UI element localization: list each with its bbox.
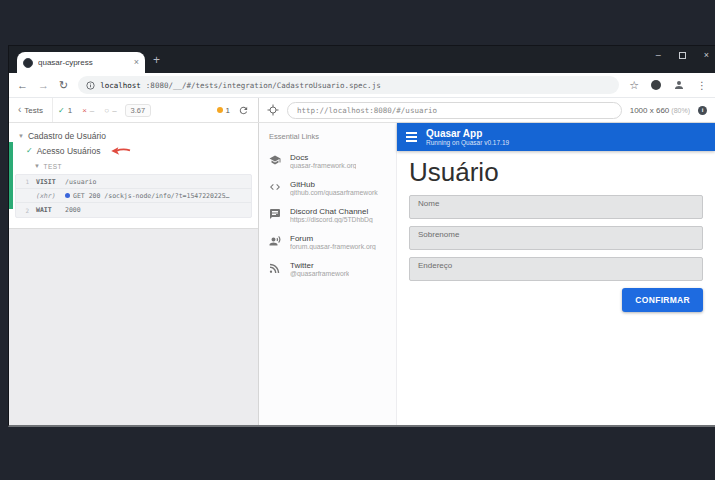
profile-avatar-icon[interactable] [673, 79, 685, 91]
drawer-link-title: Docs [290, 153, 356, 162]
close-button[interactable]: × [704, 51, 709, 60]
section-label: TEST [43, 163, 62, 170]
runnables-panel: ▼ Cadastro de Usuário ✓ Acesso Usuários … [9, 123, 258, 229]
drawer-link-title: Forum [290, 234, 376, 243]
drawer-link-subtitle: github.com/quasarframework [290, 189, 378, 196]
reload-icon[interactable]: ↻ [59, 80, 68, 91]
browser-tab[interactable]: quasar-cypress × [17, 52, 145, 73]
form-actions: CONFIRMAR [409, 288, 703, 312]
field-label: Sobrenome [418, 230, 694, 239]
back-to-tests-button[interactable]: ‹ Tests [9, 98, 53, 122]
app-drawer: Essential Links Docs [259, 123, 397, 426]
suite-caret-icon: ▼ [18, 133, 24, 139]
drawer-link-item[interactable]: Twitter @quasarframework [259, 258, 396, 285]
command-log: 1 VISIT /usuario (xhr) GET 200 /sockjs-n… [15, 174, 252, 218]
text-input-field[interactable]: Nome [409, 195, 703, 219]
url-path: :8080/__/#/tests/integration/CadastroUsu… [146, 81, 381, 90]
tab-title: quasar-cypress [38, 58, 129, 67]
drawer-link-texts: GitHub github.com/quasarframework [290, 180, 378, 196]
text-input-field[interactable]: Sobrenome [409, 226, 703, 250]
quasar-app: Quasar App Running on Quasar v0.17.19 Us… [397, 123, 715, 426]
selector-playground-icon[interactable] [267, 104, 279, 116]
passed-count: 1 [68, 106, 72, 115]
extension-icon[interactable] [651, 80, 661, 90]
url-field[interactable]: localhost:8080/__/#/tests/integration/Ca… [78, 76, 619, 94]
app-subtitle: Running on Quasar v0.17.19 [426, 139, 509, 147]
record-voice-icon [269, 235, 281, 247]
command-row[interactable]: (xhr) GET 200 /sockjs-node/info/?t=15472… [16, 189, 251, 203]
command-method: (xhr) [29, 192, 65, 200]
field-label: Endereço [418, 261, 694, 270]
rss-feed-icon [269, 262, 281, 274]
page-info-icon [86, 81, 95, 90]
chevron-left-icon: ‹ [18, 105, 21, 115]
suite-title: Cadastro de Usuário [28, 131, 106, 141]
test-body-section[interactable]: ▼ TEST [9, 160, 258, 172]
drawer-link-item[interactable]: Docs quasar-framework.org [259, 150, 396, 177]
failed-x-icon: × [82, 106, 87, 115]
url-host: localhost [100, 81, 141, 90]
red-annotation-arrow-icon [109, 146, 131, 156]
command-row[interactable]: 1 VISIT /usuario [16, 175, 251, 189]
viewport-zoom: (80%) [671, 107, 690, 114]
drawer-link-title: Discord Chat Channel [290, 207, 373, 216]
browser-titlebar: quasar-cypress × + – × [9, 46, 715, 73]
drawer-link-title: Twitter [290, 261, 349, 270]
bookmark-star-icon[interactable]: ☆ [629, 79, 639, 92]
forward-icon[interactable]: → [38, 80, 49, 91]
new-tab-button[interactable]: + [153, 54, 160, 66]
browser-window: quasar-cypress × + – × ← → ↻ localhost:8… [8, 45, 715, 427]
stat-pending: ○ – [99, 106, 121, 115]
iframe-header: http://localhost:8080/#/usuario 1000 x 6… [259, 98, 715, 122]
drawer-link-texts: Twitter @quasarframework [290, 261, 349, 277]
command-row[interactable]: 2 WAIT 2000 [16, 203, 251, 217]
restart-tests-icon[interactable] [238, 105, 249, 116]
back-to-tests-label: Tests [24, 106, 43, 115]
test-passed-bar [9, 142, 13, 209]
browser-menu-icon[interactable]: ⋮ [697, 80, 707, 91]
cypress-reporter: ▼ Cadastro de Usuário ✓ Acesso Usuários … [9, 123, 259, 426]
cypress-toolbar: ‹ Tests ✓ 1 × – ○ – 3.67 1 [9, 98, 715, 123]
field-label: Nome [418, 199, 694, 208]
chat-icon [269, 208, 281, 220]
app-preview: Essential Links Docs [259, 123, 715, 426]
page-title: Usuário [409, 157, 703, 187]
drawer-links: Docs quasar-framework.org [259, 150, 396, 285]
drawer-link-title: GitHub [290, 180, 378, 189]
command-message: /usuario [65, 178, 247, 186]
drawer-link-item[interactable]: GitHub github.com/quasarframework [259, 177, 396, 204]
app-title: Quasar App [426, 128, 509, 139]
notification-badge: 1 [217, 106, 238, 115]
maximize-button[interactable] [679, 52, 686, 59]
runner-content: ▼ Cadastro de Usuário ✓ Acesso Usuários … [9, 123, 715, 426]
test-row[interactable]: ✓ Acesso Usuários [9, 143, 258, 158]
back-icon[interactable]: ← [17, 80, 28, 91]
section-caret-icon: ▼ [34, 163, 40, 169]
suite-row[interactable]: ▼ Cadastro de Usuário [9, 128, 258, 143]
app-header-texts: Quasar App Running on Quasar v0.17.19 [426, 128, 509, 147]
minimize-button[interactable]: – [656, 51, 661, 60]
command-method: VISIT [29, 178, 65, 186]
viewport-size: 1000 x 660(80%) [630, 106, 690, 115]
stat-failed: × – [77, 106, 99, 115]
drawer-link-texts: Discord Chat Channel https://discord.gg/… [290, 207, 373, 223]
tab-close-icon[interactable]: × [134, 58, 139, 67]
viewport-info-icon[interactable]: i [698, 106, 707, 115]
drawer-link-subtitle: https://discord.gg/5TDhbDg [290, 216, 373, 223]
run-duration: 3.67 [125, 104, 152, 117]
drawer-link-subtitle: forum.quasar-framework.org [290, 243, 376, 250]
menu-hamburger-icon[interactable] [406, 132, 417, 142]
test-title: Acesso Usuários [37, 146, 101, 156]
command-message: 2000 [65, 206, 247, 214]
drawer-link-item[interactable]: Discord Chat Channel https://discord.gg/… [259, 204, 396, 231]
route-stub-dot-icon [65, 193, 70, 198]
drawer-link-subtitle: @quasarframework [290, 270, 349, 277]
app-header: Quasar App Running on Quasar v0.17.19 [397, 123, 715, 151]
addressbar-actions: ☆ ⋮ [629, 79, 707, 92]
confirm-button[interactable]: CONFIRMAR [622, 288, 703, 312]
app-url-field[interactable]: http://localhost:8080/#/usuario [287, 102, 622, 119]
drawer-link-item[interactable]: Forum forum.quasar-framework.org [259, 231, 396, 258]
cypress-favicon-icon [23, 58, 33, 68]
text-input-field[interactable]: Endereço [409, 257, 703, 281]
address-bar: ← → ↻ localhost:8080/__/#/tests/integrat… [9, 73, 715, 98]
